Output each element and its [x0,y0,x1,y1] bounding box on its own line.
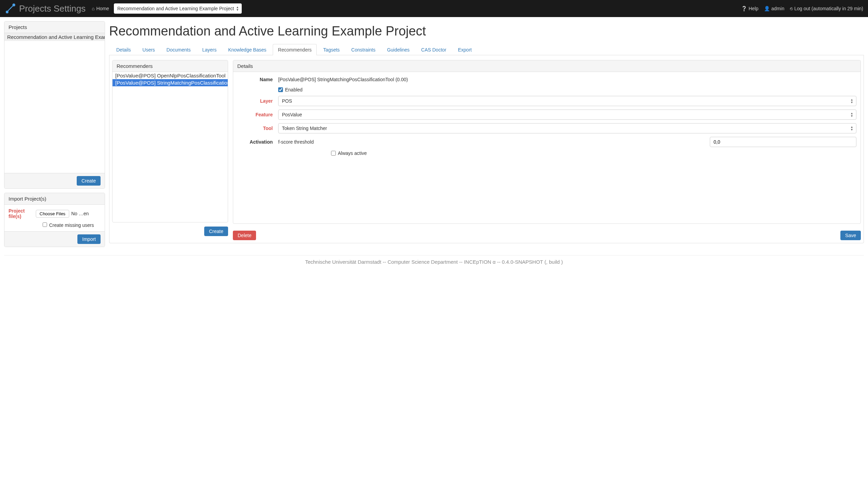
logout-link[interactable]: ⎋ Log out (automatically in 29 min) [790,6,863,11]
details-column: Details Name [PosValue@POS] StringMatchi… [233,60,861,240]
always-active-checkbox[interactable] [331,151,336,156]
home-label: Home [96,6,109,11]
tab-constraints[interactable]: Constraints [346,44,380,55]
svg-point-0 [13,4,15,6]
help-label: Help [749,6,759,11]
projects-list: Recommendation and Active Learning Examp… [4,33,105,173]
tabs-bar: Details Users Documents Layers Knowledge… [109,44,864,55]
help-icon: ❔ [741,6,747,11]
home-link[interactable]: ⌂ Home [92,6,109,11]
create-recommender-button[interactable]: Create [204,227,228,236]
user-link[interactable]: 👤 admin [764,6,784,11]
user-label: admin [772,6,784,11]
updown-icon: ▴▾ [851,98,853,104]
tools-icon [5,2,16,15]
logout-label: Log out (automatically in 29 min) [794,6,863,11]
user-icon: 👤 [764,6,770,11]
tool-select[interactable]: Token String Matcher ▴▾ [278,123,856,133]
activation-label: Activation [237,139,278,145]
save-button[interactable]: Save [840,231,861,240]
project-selector-value: Recommendation and Active Learning Examp… [117,6,234,11]
layer-label: Layer [237,98,278,104]
tab-content: Recommenders [PosValue@POS] OpenNlpPosCl… [109,55,864,243]
help-link[interactable]: ❔ Help [741,6,759,11]
main-content: Projects Recommendation and Active Learn… [0,17,868,255]
recommenders-column: Recommenders [PosValue@POS] OpenNlpPosCl… [112,60,228,240]
create-project-button[interactable]: Create [77,176,101,186]
recommenders-list-title: Recommenders [113,60,228,72]
name-value: [PosValue@POS] StringMatchingPosClassifi… [278,75,856,84]
details-panel: Details Name [PosValue@POS] StringMatchi… [233,60,861,224]
create-missing-users-checkbox[interactable] [43,222,47,227]
left-column: Projects Recommendation and Active Learn… [4,21,105,251]
create-missing-users-label: Create missing users [49,222,94,228]
feature-label: Feature [237,112,278,117]
delete-button[interactable]: Delete [233,231,256,240]
tab-layers[interactable]: Layers [197,44,222,55]
layer-select[interactable]: POS ▴▾ [278,96,856,106]
logout-icon: ⎋ [790,6,793,11]
top-navbar: Projects Settings ⌂ Home Recommendation … [0,0,868,17]
name-label: Name [237,77,278,82]
threshold-label: f-score threshold [278,139,314,145]
right-column: Recommendation and Active Learning Examp… [109,21,864,243]
recommender-item[interactable]: [PosValue@POS] OpenNlpPosClassificationT… [113,72,228,79]
project-item[interactable]: Recommendation and Active Learning Examp… [4,33,105,41]
recommender-item[interactable]: [PosValue@POS] StringMatchingPosClassifi… [113,79,228,86]
details-panel-title: Details [233,60,860,72]
tab-export[interactable]: Export [453,44,477,55]
feature-value: PosValue [282,112,302,117]
import-panel: Import Project(s) Project file(s) Choose… [4,193,105,247]
always-active-label: Always active [338,150,367,156]
import-button[interactable]: Import [77,234,101,244]
layer-value: POS [282,98,292,104]
tab-details[interactable]: Details [111,44,136,55]
choose-files-button[interactable]: Choose Files [36,210,69,218]
tab-recommenders[interactable]: Recommenders [273,44,317,55]
updown-icon: ▴▾ [851,126,853,131]
enabled-checkbox[interactable] [278,87,283,92]
feature-select[interactable]: PosValue ▴▾ [278,110,856,120]
home-icon: ⌂ [92,6,94,11]
tab-documents[interactable]: Documents [161,44,196,55]
projects-panel: Projects Recommendation and Active Learn… [4,21,105,189]
threshold-input[interactable] [710,137,856,147]
projects-panel-footer: Create [4,173,105,188]
page-footer: Technische Universität Darmstadt -- Comp… [4,255,864,268]
tool-label: Tool [237,126,278,131]
enabled-label: Enabled [285,87,302,92]
updown-icon: ▴▾ [237,6,238,11]
tab-cas-doctor[interactable]: CAS Doctor [416,44,451,55]
import-panel-title: Import Project(s) [4,193,105,205]
project-files-label: Project file(s) [9,208,32,219]
project-selector[interactable]: Recommendation and Active Learning Examp… [114,3,242,14]
brand-title: Projects Settings [19,3,86,14]
projects-panel-title: Projects [4,21,105,33]
svg-rect-1 [6,11,8,13]
tab-tagsets[interactable]: Tagsets [318,44,345,55]
tab-knowledge-bases[interactable]: Knowledge Bases [223,44,271,55]
tool-value: Token String Matcher [282,126,327,131]
file-status-text: No …en [71,211,89,216]
recommenders-list: [PosValue@POS] OpenNlpPosClassificationT… [113,72,228,222]
tab-users[interactable]: Users [137,44,160,55]
tab-guidelines[interactable]: Guidelines [382,44,415,55]
page-title: Recommendation and Active Learning Examp… [109,24,864,39]
updown-icon: ▴▾ [851,112,853,117]
recommenders-list-panel: Recommenders [PosValue@POS] OpenNlpPosCl… [112,60,228,222]
